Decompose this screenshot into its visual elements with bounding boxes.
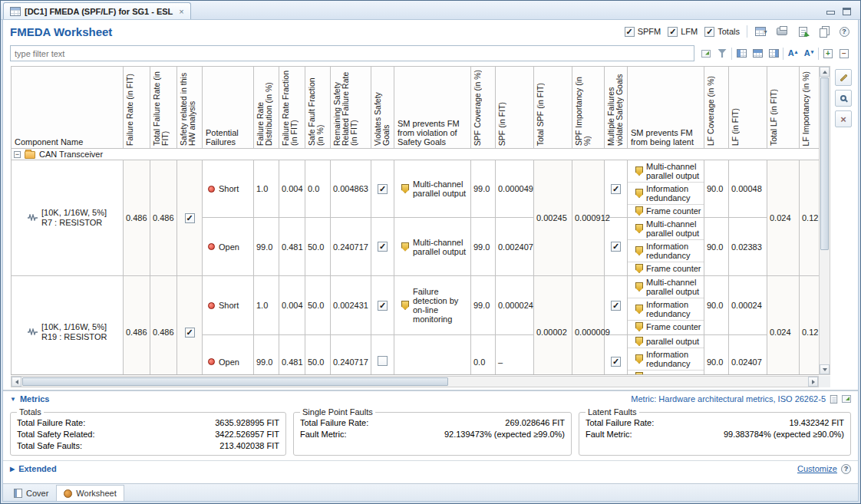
col-spf[interactable]: SPF (in FIT) <box>496 67 534 149</box>
filter-input[interactable] <box>10 45 694 61</box>
minimize-icon[interactable] <box>825 7 836 16</box>
help-icon[interactable]: ? <box>841 464 851 474</box>
failure-rate-cell[interactable]: 0.486 <box>124 276 150 376</box>
safe-fault-fraction-cell[interactable]: 0.0 <box>305 160 331 218</box>
potential-failure-cell[interactable]: Open <box>203 218 254 276</box>
sm-latent-item[interactable]: parallel output <box>628 335 704 348</box>
col-potential-failures[interactable]: Potential Failures <box>203 67 254 149</box>
lf-coverage-cell[interactable]: 90.0 <box>704 335 729 376</box>
sm-violation-cell[interactable]: Multi-channel parallel output <box>394 160 471 218</box>
lf-coverage-cell[interactable]: 90.0 <box>704 160 729 218</box>
distribution-cell[interactable]: 99.0 <box>254 335 279 376</box>
lfm-checkbox[interactable]: ✓ <box>668 27 678 37</box>
total-lf-cell[interactable]: 0.024 <box>767 160 800 276</box>
spf-cell[interactable]: – <box>496 335 534 376</box>
safe-fault-fraction-cell[interactable]: 50.0 <box>305 218 331 276</box>
horizontal-scroll-track[interactable] <box>449 377 808 387</box>
group-row[interactable]: − CAN Transceiver <box>12 149 820 160</box>
spf-importancy-cell[interactable]: 0.000009 <box>572 276 605 376</box>
extended-section-toggle[interactable]: ▶ Extended <box>10 464 57 473</box>
spf-cell[interactable]: 0.000024 <box>496 276 534 335</box>
potential-failure-cell[interactable]: Short <box>203 160 254 218</box>
sm-latent-item[interactable]: Frame counter <box>628 205 704 217</box>
tab-close-icon[interactable]: × <box>179 7 183 16</box>
col-total-spf[interactable]: Total SPF (in FIT) <box>534 67 572 149</box>
editor-tab[interactable]: [DC1] FMEDA (SPF/LF) for SG1 - ESL × <box>3 2 191 19</box>
spfm-toggle[interactable]: ✓ SPFM <box>625 27 661 37</box>
col-fr-distribution[interactable]: Failure Rate Distribution (in %) <box>254 67 279 149</box>
remaining-rate-cell[interactable]: 0.240717 <box>331 218 371 276</box>
lf-coverage-cell[interactable]: 90.0 <box>704 276 729 335</box>
violates-checkbox[interactable]: ✓ <box>378 301 388 311</box>
fraction-cell[interactable]: 0.004 <box>279 276 305 335</box>
sm-violation-cell[interactable]: Multi-channel parallel output <box>394 218 471 276</box>
scroll-left-button[interactable] <box>12 377 21 387</box>
print-button[interactable] <box>775 25 789 38</box>
sm-latent-cell[interactable]: Multi-channel parallel output Informatio… <box>628 276 704 335</box>
safety-related-checkbox[interactable]: ✓ <box>185 328 195 338</box>
col-failure-rate[interactable]: Failure Rate (in FIT) <box>124 67 150 149</box>
violates-checkbox[interactable]: ✓ <box>378 184 388 194</box>
spfm-checkbox[interactable]: ✓ <box>625 27 635 37</box>
open-metric-icon[interactable] <box>842 395 851 403</box>
export-button[interactable] <box>796 25 810 38</box>
sm-latent-item[interactable]: Information redundancy <box>628 348 704 371</box>
layout-menu-button[interactable]: ▾ <box>754 25 768 38</box>
potential-failure-cell[interactable]: Short <box>203 276 254 335</box>
vertical-scrollbar[interactable] <box>819 66 830 375</box>
component-name-cell[interactable]: [10K, 1/16W, 5%]R19 : RESISTOR <box>12 276 124 376</box>
tab-cover[interactable]: Cover <box>6 485 56 501</box>
total-failure-rate-cell[interactable]: 0.486 <box>150 276 177 376</box>
view-right-columns-button[interactable] <box>767 47 780 61</box>
multiple-failures-checkbox[interactable]: ✓ <box>611 242 621 252</box>
lf-cell[interactable]: 0.00024 <box>729 276 767 335</box>
font-increase-button[interactable]: A▴ <box>786 47 800 61</box>
col-total-lf[interactable]: Total LF (in FIT) <box>767 67 800 149</box>
col-remaining-rate[interactable]: Remaining Safety Related Failure Rate (i… <box>331 67 371 149</box>
multiple-failures-checkbox[interactable]: ✓ <box>611 357 621 367</box>
distribution-cell[interactable]: 1.0 <box>254 160 279 218</box>
potential-failure-cell[interactable]: Open <box>203 335 254 376</box>
col-lf-importancy[interactable]: LF Importancy (in %) <box>800 67 820 149</box>
vertical-scroll-thumb[interactable] <box>820 77 829 250</box>
spf-coverage-cell[interactable]: 0.0 <box>471 335 496 376</box>
lf-importancy-cell[interactable]: 0.12 <box>800 276 820 376</box>
col-violates-sg[interactable]: Violates Safety Goals <box>371 67 394 149</box>
col-component-name[interactable]: Component Name <box>12 67 124 149</box>
sm-latent-item[interactable]: Multi-channel parallel output <box>628 218 704 240</box>
failure-rate-cell[interactable]: 0.486 <box>124 160 150 276</box>
collapse-all-button[interactable]: − <box>837 47 851 61</box>
sm-latent-item[interactable]: Frame counter <box>628 321 704 333</box>
sm-violation-cell[interactable]: Failure detection by on-line monitoring <box>394 276 471 335</box>
spf-coverage-cell[interactable]: 99.0 <box>471 218 496 276</box>
delete-button[interactable]: × <box>835 110 852 127</box>
col-safety-related[interactable]: Safety related in this HW analysis <box>177 67 203 149</box>
remaining-rate-cell[interactable]: 0.240717 <box>331 335 371 376</box>
scroll-right-button[interactable] <box>808 377 818 387</box>
col-lf-coverage[interactable]: LF Coverage (in %) <box>704 67 729 149</box>
metric-link[interactable]: Metric: Hardware architectural metrics, … <box>631 394 826 404</box>
fraction-cell[interactable]: 0.481 <box>279 335 305 376</box>
lfm-toggle[interactable]: ✓ LFM <box>668 27 698 37</box>
lf-importancy-cell[interactable]: 0.12 <box>800 160 820 276</box>
view-all-columns-button[interactable] <box>750 47 764 61</box>
show-details-button[interactable] <box>835 90 852 107</box>
remaining-rate-cell[interactable]: 0.004863 <box>331 160 371 218</box>
sm-latent-cell[interactable]: Multi-channel parallel output Informatio… <box>628 160 704 218</box>
safe-fault-fraction-cell[interactable]: 50.0 <box>305 335 331 376</box>
lf-cell[interactable]: 0.00048 <box>729 160 767 218</box>
tab-worksheet[interactable]: Worksheet <box>56 485 124 501</box>
view-left-columns-button[interactable] <box>734 47 748 61</box>
customize-link[interactable]: Customize <box>797 464 837 473</box>
collapse-expander-icon[interactable]: − <box>14 151 21 158</box>
total-lf-cell[interactable]: 0.024 <box>767 276 800 376</box>
sm-latent-item[interactable]: Information redundancy <box>628 240 704 262</box>
edit-metric-icon[interactable] <box>830 394 837 403</box>
distribution-cell[interactable]: 99.0 <box>254 218 279 276</box>
metrics-section-toggle[interactable]: ▼ Metrics <box>10 394 49 404</box>
col-fr-fraction[interactable]: Failure Rate Fraction (in FIT) <box>279 67 305 149</box>
help-button[interactable]: ? <box>837 25 851 38</box>
spf-cell[interactable]: 0.000049 <box>496 160 534 218</box>
multiple-failures-checkbox[interactable]: ✓ <box>611 184 621 194</box>
lf-coverage-cell[interactable]: 90.0 <box>704 218 729 276</box>
